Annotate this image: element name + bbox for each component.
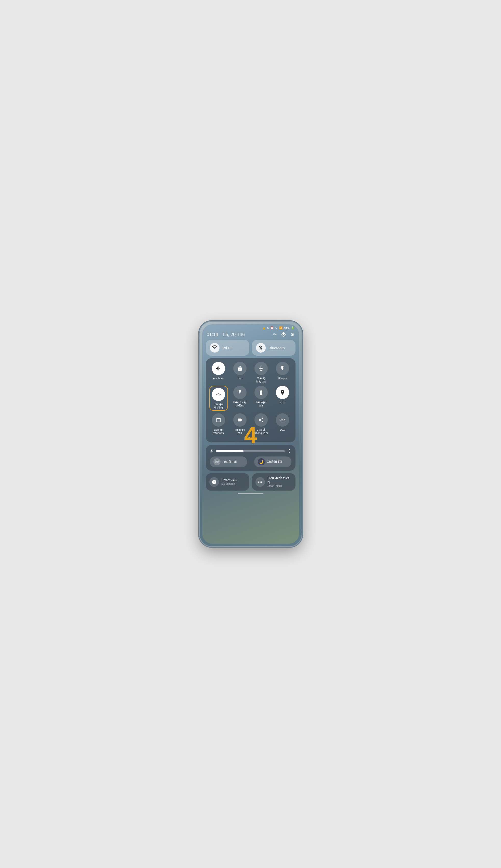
sound-label: Âm thanh: [213, 377, 224, 380]
dot-1: [248, 437, 250, 439]
data-label: Dữ liệudi động: [214, 402, 223, 409]
battery-icon: 🔋: [291, 326, 295, 330]
smart-things-button[interactable]: Điều khiển thiết bị SmartThings: [252, 473, 296, 491]
sync-icon: ⚙: [275, 326, 278, 330]
power-icon[interactable]: ⏻: [281, 332, 286, 337]
time: 01:14: [207, 332, 218, 337]
status-bar: 🔒 N ⏰ ⚙ 📶 60% 🔋: [202, 324, 299, 331]
phone-frame: 🔒 N ⏰ ⚙ 📶 60% 🔋 01:14 T.5, 20 Th6 ✏: [200, 322, 302, 546]
top-toggles: Wi-Fi Bluetooth: [202, 340, 299, 356]
dark-mode-icon: 🌙: [258, 458, 265, 466]
tile-link-windows[interactable]: Liên kếtWindows: [209, 413, 228, 435]
share-icon: [254, 413, 268, 427]
wifi-toggle[interactable]: Wi-Fi: [206, 340, 249, 356]
adaptive-toggle[interactable]: Ⓐ t thoải mái: [210, 457, 247, 467]
alarm-icon: ⏰: [270, 326, 274, 330]
hotspot-icon: [233, 386, 247, 399]
bluetooth-label: Bluetooth: [269, 346, 285, 350]
battery-save-icon: [254, 386, 268, 399]
smart-things-sublabel: SmartThings: [267, 484, 292, 488]
nfc-n-icon: N: [267, 327, 269, 330]
smart-things-icon: [255, 477, 265, 487]
dex-label: DeX: [280, 428, 285, 431]
dark-mode-label: Chế độ Tối: [267, 460, 282, 463]
tile-hotspot[interactable]: Điểm tr.cậpdi động: [231, 386, 249, 411]
home-bar-line[interactable]: [238, 493, 263, 494]
smart-view-sublabel: iếu Màn hìn: [222, 482, 237, 485]
battery-text: 60%: [284, 327, 289, 330]
tile-doc[interactable]: Đọc: [231, 362, 249, 383]
location-icon: [276, 386, 289, 399]
smart-view-icon: [209, 477, 219, 487]
data-icon: [212, 388, 225, 401]
bottom-buttons: Smart View iếu Màn hìn Điều khiển thiết …: [202, 471, 299, 491]
signal-icon: 📶: [279, 326, 283, 330]
dark-mode-toggle[interactable]: 🌙 Chế độ Tối: [254, 457, 291, 467]
brightness-bar[interactable]: [216, 450, 285, 452]
tiles-grid-row3: Liên kếtWindows Trình ghiMH: [209, 413, 292, 435]
brightness-fill: [216, 450, 244, 452]
brightness-panel: ☀ ⋮ Ⓐ t thoải mái 🌙 Chế độ Tối: [206, 445, 296, 471]
home-bar: [202, 491, 299, 496]
doc-icon: [233, 362, 247, 375]
link-windows-label: Liên kếtWindows: [213, 428, 224, 435]
extra-toggles-row: Ⓐ t thoải mái 🌙 Chế độ Tối: [210, 457, 291, 467]
airplane-label: Chế độMáy bay: [256, 377, 266, 383]
nfc-icon: 🔒: [262, 326, 266, 330]
tile-sound[interactable]: Âm thanh: [209, 362, 228, 383]
adaptive-icon: Ⓐ: [213, 458, 221, 466]
link-windows-icon: [212, 413, 225, 427]
tile-torch[interactable]: Đèn pin: [273, 362, 292, 383]
header-actions: ✏ ⏻ ⚙: [273, 332, 295, 337]
pagination-dots: [209, 437, 292, 439]
bluetooth-icon: [256, 343, 266, 353]
torch-icon: [276, 362, 289, 375]
dot-2: [252, 437, 253, 439]
phone-wrapper: 🔒 N ⏰ ⚙ 📶 60% 🔋 01:14 T.5, 20 Th6 ✏: [197, 318, 304, 550]
dex-icon: DeX: [276, 413, 289, 427]
hotspot-label: Điểm tr.cậpdi động: [233, 400, 246, 407]
time-date: 01:14 T.5, 20 Th6: [207, 332, 245, 337]
airplane-icon: [254, 362, 268, 375]
doc-label: Đọc: [238, 377, 242, 380]
smart-view-text: Smart View iếu Màn hìn: [222, 478, 237, 486]
tile-data[interactable]: Dữ liệudi động: [209, 386, 228, 411]
screen-record-icon: [233, 413, 247, 427]
smart-things-text: Điều khiển thiết bị SmartThings: [267, 477, 292, 488]
smart-view-label: Smart View: [222, 478, 237, 482]
sound-icon: [212, 362, 225, 375]
smart-view-button[interactable]: Smart View iếu Màn hìn: [206, 473, 249, 491]
smart-things-label: Điều khiển thiết bị: [267, 477, 292, 484]
status-icons: 🔒 N ⏰ ⚙ 📶 60% 🔋: [262, 326, 295, 330]
settings-icon[interactable]: ⚙: [290, 332, 295, 337]
wifi-icon: [210, 343, 220, 353]
tile-battery-save[interactable]: Tiết kiệmpin: [252, 386, 271, 411]
tile-share[interactable]: Chia sẻKhông có ai: [252, 413, 271, 435]
tiles-panel: Âm thanh Đọc: [206, 358, 296, 442]
tiles-grid-row2: Dữ liệudi động Điểm tr.cậpdi động: [209, 386, 292, 411]
wifi-label: Wi-Fi: [223, 346, 232, 350]
tiles-grid-row1: Âm thanh Đọc: [209, 362, 292, 383]
screen-record-label: Trình ghiMH: [235, 428, 245, 435]
tile-location[interactable]: Vị trí: [273, 386, 292, 411]
adaptive-label: t thoải mái: [223, 460, 237, 463]
location-label: Vị trí: [280, 400, 285, 404]
battery-save-label: Tiết kiệmpin: [256, 400, 266, 407]
tile-airplane[interactable]: Chế độMáy bay: [252, 362, 271, 383]
tile-screen-record[interactable]: Trình ghiMH: [231, 413, 249, 435]
share-label: Chia sẻKhông có ai: [254, 428, 268, 435]
brightness-menu-icon[interactable]: ⋮: [287, 449, 291, 453]
date: T.5, 20 Th6: [222, 332, 245, 337]
bluetooth-toggle[interactable]: Bluetooth: [252, 340, 296, 356]
screen: 🔒 N ⏰ ⚙ 📶 60% 🔋 01:14 T.5, 20 Th6 ✏: [202, 324, 299, 544]
brightness-row: ☀ ⋮: [210, 449, 291, 453]
brightness-low-icon: ☀: [210, 449, 213, 453]
torch-label: Đèn pin: [278, 377, 287, 380]
edit-icon[interactable]: ✏: [273, 332, 277, 337]
header-row: 01:14 T.5, 20 Th6 ✏ ⏻ ⚙: [202, 331, 299, 340]
tile-dex[interactable]: DeX DeX: [273, 413, 292, 435]
